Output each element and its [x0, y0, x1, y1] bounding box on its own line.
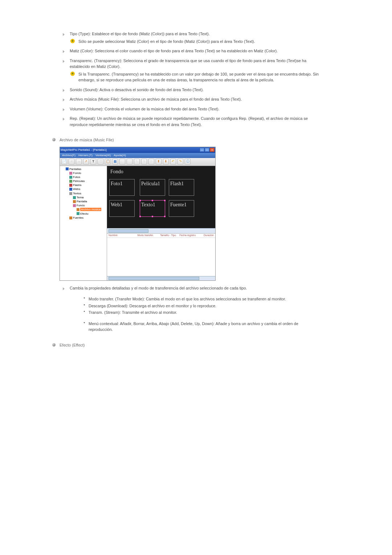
menubar: Archivo(F) Herram.(T) Ventana(W) Ayuda(H…	[60, 153, 215, 158]
close-button[interactable]: ×	[210, 148, 215, 152]
grid-col-tamano[interactable]: Tamaño · Tipo	[159, 234, 178, 238]
tree-item-fondo2[interactable]: Fondo	[61, 203, 106, 207]
section-effect-heading: Efecto (Effect)	[52, 342, 323, 348]
plus-icon: +	[70, 39, 75, 43]
toolbar-icon[interactable]: 📋	[105, 159, 111, 165]
arrow-icon	[62, 117, 66, 120]
grid-body[interactable]	[107, 238, 215, 276]
tipo-note-text: Sólo se puede seleccionar Matiz (Color) …	[78, 39, 255, 44]
tree-item-fotos[interactable]: Fotos	[61, 175, 106, 179]
menu-herram[interactable]: Herram.(T)	[78, 153, 93, 158]
transp-note: + Si la Transparenc. (Transparency) se h…	[70, 71, 323, 83]
item-archivo-musica: Archivo música (Music File): Selecciona …	[63, 96, 323, 102]
arrow-icon	[62, 32, 66, 36]
item-volumen-text: Volumen (Volume): Controla el volumen de…	[70, 107, 220, 111]
item-transparencia: Transparenc. (Transparency): Selecciona …	[63, 58, 323, 83]
toolbar-icon[interactable]: ↗	[83, 159, 89, 165]
item-matiz: Matiz (Color): Selecciona el color cuand…	[63, 48, 323, 54]
layout-flash1[interactable]: Flash1	[169, 179, 194, 196]
layout-pelicula1[interactable]: Película1	[140, 179, 165, 196]
menu-archivo[interactable]: Archivo(F)	[62, 153, 75, 158]
toolbar-undo-icon[interactable]: ↶	[170, 159, 176, 165]
tree-item-flashs[interactable]: Flashs	[61, 183, 106, 187]
tree-item-tema[interactable]: Tema	[61, 195, 106, 199]
tree-item-textos[interactable]: Textos	[61, 191, 106, 195]
layout-fondo[interactable]: Fondo	[109, 167, 207, 175]
tree-item-pantallas[interactable]: Pantallas	[61, 167, 106, 171]
minimize-button[interactable]: –	[200, 148, 204, 152]
item-transparencia-text: Transparenc. (Transparency): Selecciona …	[70, 58, 306, 69]
maximize-button[interactable]: □	[205, 148, 209, 152]
toolbar-icon[interactable]: ⬚	[127, 159, 132, 165]
layout-web1[interactable]: Web1	[109, 200, 135, 217]
grid-col-modo[interactable]: Modo transfer.	[136, 234, 159, 238]
item-sonido: Sonido (Sound): Activa o desactiva el so…	[63, 87, 323, 93]
arrow-icon	[62, 88, 66, 92]
layout-texto1[interactable]: Texto1	[140, 200, 165, 217]
toolbar-icon[interactable]: 🖼	[98, 159, 103, 165]
toolbar-icon[interactable]: ▦	[112, 159, 118, 165]
grid-col-duracion[interactable]: Duración	[202, 234, 215, 238]
li-modo-transfer: Modo transfer. (Transfer Mode): Cambia e…	[83, 296, 323, 302]
toolbar-icon[interactable]: ⓘ	[185, 159, 191, 165]
item-sonido-text: Sonido (Sound): Activa o desactiva el so…	[70, 88, 204, 92]
scrollbar-thumb[interactable]	[109, 277, 199, 280]
file-grid: Nombre Modo transfer. Tamaño · Tipo Fech…	[107, 233, 215, 280]
window-buttons: – □ ×	[200, 148, 215, 152]
arrow-icon	[62, 97, 66, 101]
toolbar-icon[interactable]: ☁	[76, 159, 82, 165]
tree-item-peliculas[interactable]: Películas	[61, 179, 106, 183]
toolbar-icon[interactable]: 🖱	[141, 159, 147, 165]
arrow-icon	[62, 107, 66, 111]
toolbar-icon[interactable]: ⬆	[156, 159, 162, 165]
tree-item-webs[interactable]: Webs	[61, 187, 106, 191]
plus-icon: +	[70, 72, 75, 76]
sphere-icon	[52, 138, 56, 141]
arrow-icon	[62, 59, 66, 62]
item-rep: Rep. (Repeat): Un archivo de música se p…	[63, 116, 323, 127]
toolbar-icon[interactable]: ✎	[134, 159, 140, 165]
post-shot-text: Cambia la propiedades detalladas y el mo…	[70, 286, 247, 290]
scrollbar-thumb[interactable]	[109, 229, 148, 233]
toolbar-icon[interactable]: 🖥	[69, 159, 74, 165]
transp-note-text: Si la Transparenc. (Transparency) se ha …	[78, 72, 319, 82]
item-tipo-text: Tipo (Type): Establece el tipo de fondo …	[70, 32, 210, 36]
toolbar-icon[interactable]: ⬚	[119, 159, 125, 165]
layout-fuente1[interactable]: Fuente1	[169, 200, 194, 217]
window-titlebar: MagicNetPro Pantalla1 - [Pantalla1] – □ …	[60, 147, 215, 153]
item-matiz-text: Matiz (Color): Selecciona el color cuand…	[70, 49, 278, 53]
item-tipo: Tipo (Type): Establece el tipo de fondo …	[63, 31, 323, 44]
toolbar-text-icon[interactable]: T	[90, 159, 96, 165]
toolbar-icon[interactable]: ⟳	[148, 159, 154, 165]
menu-ayuda[interactable]: Ayuda(H)	[114, 153, 126, 158]
sphere-icon	[52, 343, 56, 347]
tipo-note: + Sólo se puede seleccionar Matiz (Color…	[70, 39, 323, 45]
window-title: MagicNetPro Pantalla1 - [Pantalla1]	[61, 148, 107, 152]
tree-item-fuentes[interactable]: Fuentes	[61, 216, 106, 220]
item-rep-text: Rep. (Repeat): Un archivo de música se p…	[70, 116, 308, 127]
canvas-hscrollbar[interactable]	[107, 228, 215, 233]
li-descarga: Descarga (Download): Descarga el archivo…	[83, 303, 323, 309]
section-effect-text: Efecto (Effect)	[60, 343, 85, 347]
item-volumen: Volumen (Volume): Controla el volumen de…	[63, 106, 323, 112]
arrow-icon	[62, 286, 66, 292]
main-panel: Fondo Foto1 Película1 Flash1 Web1 Texto1…	[107, 166, 215, 280]
toolbar-icon[interactable]: ⬇	[163, 159, 169, 165]
grid-header: Nombre Modo transfer. Tamaño · Tipo Fech…	[107, 234, 215, 238]
grid-col-nombre[interactable]: Nombre	[107, 234, 136, 238]
tree-item-efecto[interactable]: Efecto	[61, 212, 106, 216]
grid-col-fecha[interactable]: Fecha registro	[178, 234, 202, 238]
tree-item-fondo[interactable]: Fondo	[61, 171, 106, 175]
toolbar-icon[interactable]: 📄	[61, 159, 67, 165]
layout-foto1[interactable]: Foto1	[109, 179, 135, 196]
property-list: Tipo (Type): Establece el tipo de fondo …	[63, 31, 323, 127]
toolbar: 📄 🖥 ☁ ↗ T 🖼 📋 ▦ ⬚ ⬚ ✎ 🖱 ⟳ ⬆ ⬇ ↶ ↷ ⓘ	[60, 158, 215, 166]
section-music-heading: Archivo de música (Music File)	[52, 137, 323, 143]
tree-item-pantalla[interactable]: Pantalla	[61, 199, 106, 203]
app-screenshot: MagicNetPro Pantalla1 - [Pantalla1] – □ …	[60, 147, 216, 281]
grid-hscrollbar[interactable]	[107, 276, 215, 280]
tree-item-archivo-musica[interactable]: Archivo música	[61, 207, 106, 211]
canvas[interactable]: Fondo Foto1 Película1 Flash1 Web1 Texto1…	[107, 166, 215, 228]
toolbar-redo-icon[interactable]: ↷	[177, 159, 183, 165]
menu-ventana[interactable]: Ventana(W)	[95, 153, 111, 158]
